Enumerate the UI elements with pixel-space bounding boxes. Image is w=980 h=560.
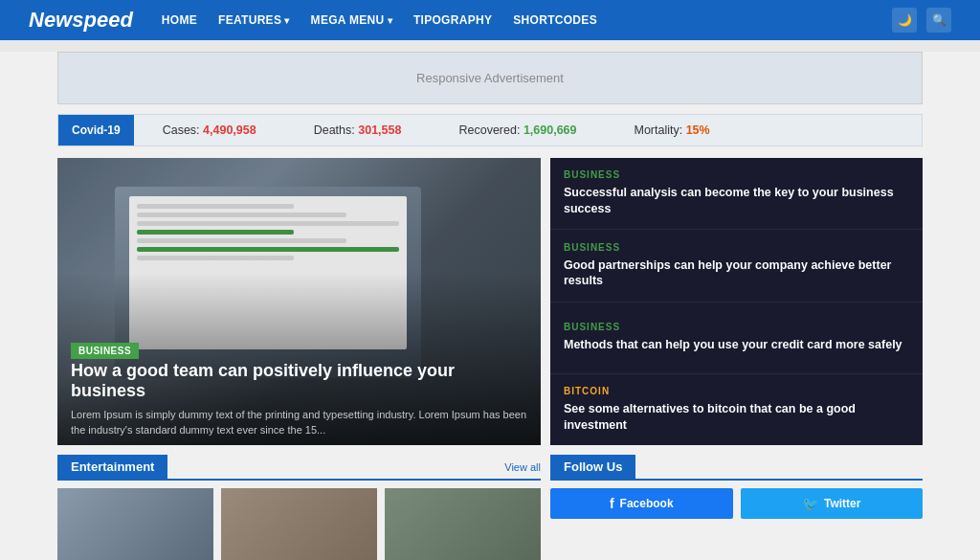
sidebar-cat: BUSINESS	[564, 322, 909, 332]
sidebar-item[interactable]: BUSINESS Methods that can help you use y…	[550, 302, 923, 374]
sidebar-cat: BUSINESS	[564, 169, 909, 180]
sidebar-articles: BUSINESS Successful analysis can become …	[550, 158, 923, 445]
ent-card-img	[57, 488, 213, 560]
nav-tipography[interactable]: TIPOGRAPHY	[413, 13, 492, 27]
ad-banner-text: Responsive Advertisement	[416, 71, 564, 85]
sidebar-title: See some alternatives to bitcoin that ca…	[564, 401, 909, 434]
bottom-section: Entertainment View all MUSIC Affordable …	[57, 455, 923, 560]
section-header: Entertainment View all	[57, 455, 541, 481]
ad-banner: Responsive Advertisement	[57, 52, 923, 104]
follow-header: Follow Us	[550, 455, 923, 481]
covid-recovered: Recovered: 1,690,669	[430, 123, 605, 137]
ent-card[interactable]: MUSIC Affordable electronics for	[57, 488, 213, 560]
featured-title: How a good team can positively influence…	[71, 361, 527, 402]
brand-logo[interactable]: Newspeed	[29, 8, 133, 33]
twitter-button[interactable]: 🐦 Twitter	[741, 488, 924, 519]
covid-recovered-value: 1,690,669	[523, 123, 577, 137]
entertainment-grid: MUSIC Affordable electronics for MUSIC B…	[57, 488, 541, 560]
sidebar-title: Good partnerships can help your company …	[564, 258, 909, 290]
covid-cases-value: 4,490,958	[203, 123, 256, 137]
featured-excerpt: Lorem Ipsum is simply dummy text of the …	[71, 408, 527, 437]
covid-deaths: Deaths: 301,558	[285, 123, 431, 137]
featured-category: BUSINESS	[71, 343, 139, 359]
nav-shortcodes[interactable]: SHORTCODES	[513, 13, 597, 27]
nav-home[interactable]: HOME	[162, 13, 197, 27]
ent-card[interactable]: TECH Latest in tech world	[385, 488, 541, 560]
follow-section: Follow Us f Facebook 🐦 Twitter	[550, 455, 923, 560]
nav-mega-menu[interactable]: MEGA MENU	[311, 13, 392, 27]
featured-article[interactable]: BUSINESS How a good team can positively …	[57, 158, 541, 445]
featured-image	[57, 158, 541, 445]
facebook-label: Facebook	[620, 497, 674, 510]
ent-card-img	[385, 488, 541, 560]
sidebar-title: Methods that can help you use your credi…	[564, 337, 909, 353]
covid-deaths-value: 301,558	[358, 123, 401, 137]
covid-bar: Covid-19 Cases: 4,490,958 Deaths: 301,55…	[57, 114, 923, 146]
navbar: Newspeed HOME FEATURES MEGA MENU TIPOGRA…	[0, 0, 980, 40]
twitter-label: Twitter	[824, 497, 860, 510]
facebook-button[interactable]: f Facebook	[550, 488, 733, 519]
search-button[interactable]: 🔍	[926, 8, 951, 33]
sidebar-item[interactable]: BUSINESS Good partnerships can help your…	[550, 230, 923, 302]
sidebar-item[interactable]: BUSINESS Successful analysis can become …	[550, 158, 923, 230]
section-title: Entertainment	[57, 455, 167, 479]
view-all-link[interactable]: View all	[504, 461, 541, 473]
featured-overlay	[57, 158, 541, 445]
ent-card-img	[221, 488, 377, 560]
covid-tag: Covid-19	[58, 115, 134, 146]
sidebar-cat: BUSINESS	[564, 242, 909, 253]
ent-card[interactable]: MUSIC Best gadgets to own	[221, 488, 377, 560]
page-body: Responsive Advertisement Covid-19 Cases:…	[0, 52, 980, 560]
nav-icons: 🌙 🔍	[892, 8, 951, 33]
nav-links: HOME FEATURES MEGA MENU TIPOGRAPHY SHORT…	[162, 13, 892, 27]
nav-features[interactable]: FEATURES	[218, 13, 290, 27]
facebook-icon: f	[610, 496, 614, 511]
covid-cases: Cases: 4,490,958	[134, 123, 285, 137]
sidebar-cat: BITCOIN	[564, 386, 909, 396]
follow-title: Follow Us	[550, 455, 635, 479]
content-grid: BUSINESS How a good team can positively …	[57, 158, 923, 445]
sidebar-title: Successful analysis can become the key t…	[564, 185, 909, 217]
entertainment-section: Entertainment View all MUSIC Affordable …	[57, 455, 541, 560]
covid-mortality: Mortality: 15%	[605, 123, 738, 137]
dark-mode-button[interactable]: 🌙	[892, 8, 917, 33]
twitter-icon: 🐦	[802, 496, 818, 511]
covid-mortality-value: 15%	[686, 123, 710, 137]
sidebar-item[interactable]: BITCOIN See some alternatives to bitcoin…	[550, 374, 923, 445]
follow-buttons: f Facebook 🐦 Twitter	[550, 488, 923, 519]
